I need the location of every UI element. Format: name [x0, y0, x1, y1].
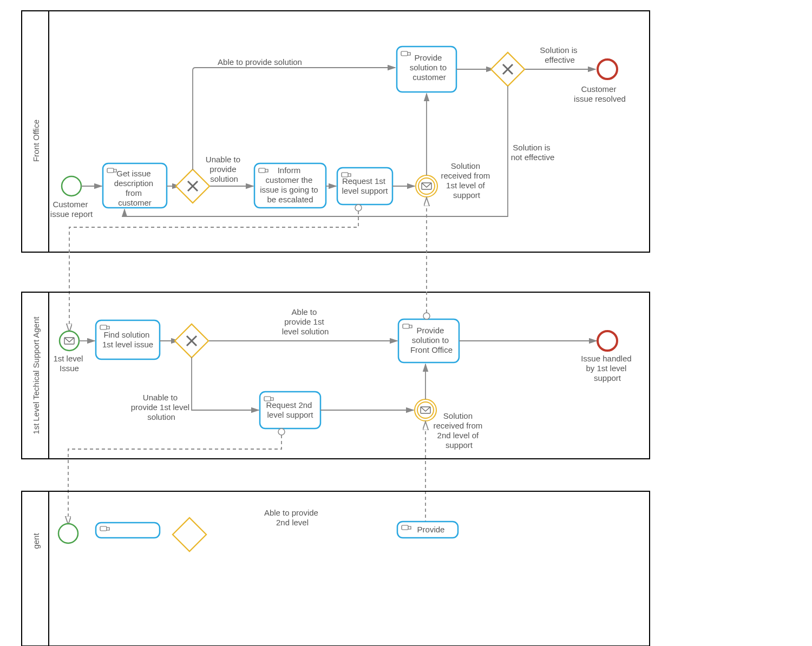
task-provide-customer-label: Provide solution to customer [410, 53, 449, 82]
flow [192, 357, 259, 410]
task-request-l2-label: Request 2nd level support [266, 400, 314, 419]
message-flow [68, 435, 281, 524]
label-able-solution: Able to provide solution [218, 57, 302, 67]
label-able-l1: Able to provide 1st level solution [282, 307, 329, 336]
pool-header-l2-agent [22, 491, 49, 646]
end-event-resolved-label: Customer issue resolved [574, 84, 626, 103]
start-event-customer-report [62, 176, 81, 196]
pool-label-l2-partial: gent [31, 533, 41, 549]
message-marker-icon [423, 313, 430, 319]
end-event-handled-l1-label: Issue handled by 1st level support [581, 354, 634, 383]
gateway-l2-partial [173, 518, 206, 551]
gateway-solution [176, 169, 209, 203]
pool-l1-agent [22, 292, 650, 459]
intermediate-event-label: Solution received from 1st level of supp… [441, 161, 492, 200]
pool-label-front-office: Front Office [31, 120, 41, 162]
svg-point-4 [418, 178, 435, 194]
message-marker-icon [278, 429, 285, 435]
intermediate-event-l2-label: Solution received from 2nd level of supp… [433, 411, 484, 450]
gateway-effective [491, 52, 525, 86]
start-event-label: Customer issue report [50, 200, 93, 219]
end-event-handled-l1 [598, 331, 617, 351]
label-able-l2: Able to provide 2nd level [264, 508, 320, 527]
label-not-effective: Solution is not effective [511, 143, 555, 162]
svg-rect-10 [173, 518, 206, 551]
label-unable-l1: Unable to provide 1st level solution [131, 393, 192, 421]
task-provide-l2-label: Provide [417, 525, 445, 534]
end-event-resolved [598, 60, 617, 79]
start-event-l1-label: 1st level Issue [53, 354, 85, 373]
label-unable-solution: Unable to provide solution [206, 155, 243, 183]
intermediate-event-solution-l1 [416, 175, 437, 197]
task-find-l1-label: Find solution 1st level issue [102, 330, 153, 349]
pool-label-l1: 1st Level Techical Support Agent [31, 316, 41, 434]
task-request-l1-label: Request 1st level support [342, 176, 388, 195]
start-event-l1-issue [60, 331, 79, 351]
pool-l2-agent [22, 491, 650, 646]
task-provide-fo-label: Provide solution to Front Office [410, 326, 453, 354]
task-find-l2-partial [96, 523, 160, 538]
intermediate-event-solution-l2 [415, 399, 436, 421]
start-event-l2-partial [58, 524, 78, 543]
svg-point-9 [417, 402, 434, 418]
gateway-l1-solution [175, 324, 208, 358]
message-marker-icon [355, 205, 362, 211]
svg-point-6 [60, 331, 79, 351]
label-solution-effective: Solution is effective [540, 45, 579, 64]
